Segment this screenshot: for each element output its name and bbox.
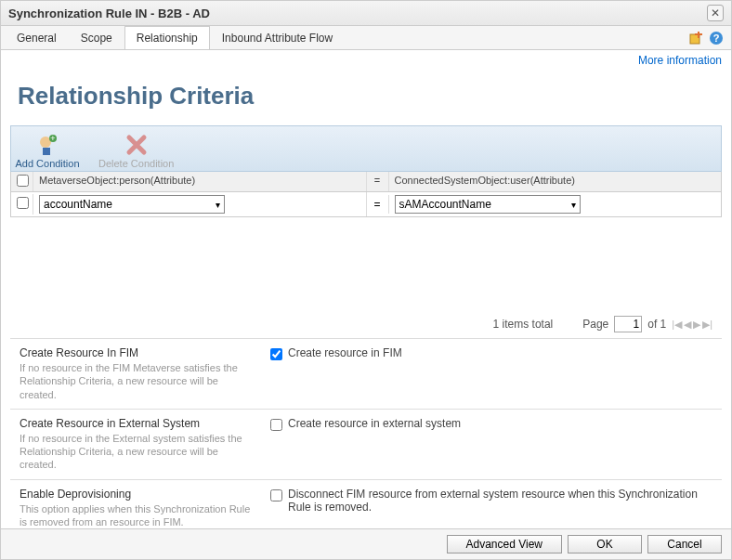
header-metaverse: MetaverseObject:person(Attribute) — [33, 172, 367, 191]
pager-first-icon[interactable]: |◀ — [672, 319, 682, 331]
page-label: Page — [582, 318, 608, 331]
svg-text:?: ? — [713, 33, 720, 44]
chevron-down-icon: ▾ — [571, 200, 576, 210]
metaverse-attribute-value: accountName — [44, 198, 112, 211]
cancel-button[interactable]: Cancel — [647, 535, 722, 553]
row-equals: = — [367, 195, 389, 214]
criteria-grid-header: MetaverseObject:person(Attribute) = Conn… — [10, 172, 722, 192]
create-ext-check-label: Create resource in external system — [288, 417, 461, 430]
tab-scope[interactable]: Scope — [69, 26, 124, 49]
add-condition-button[interactable]: + Add Condition — [15, 132, 80, 169]
dialog-footer: Advanced View OK Cancel — [1, 528, 731, 559]
row-checkbox[interactable] — [17, 197, 29, 209]
create-fim-check-label: Create resource in FIM — [288, 346, 402, 359]
more-info-row: More information — [1, 50, 731, 71]
pager: 1 items total Page of 1 |◀ ◀ ▶ ▶| — [10, 310, 722, 338]
deprov-title: Enable Deprovisioning — [20, 488, 252, 501]
delete-condition-icon — [124, 132, 149, 158]
pager-prev-icon[interactable]: ◀ — [684, 319, 691, 331]
tab-inbound[interactable]: Inbound Attribute Flow — [210, 26, 345, 49]
section-heading: Relationship Criteria — [10, 71, 722, 125]
ok-button[interactable]: OK — [568, 535, 642, 553]
connected-attribute-value: sAMAccountName — [399, 198, 491, 211]
svg-text:+: + — [50, 134, 55, 143]
close-button[interactable]: ✕ — [707, 5, 724, 21]
option-create-fim: Create Resource In FIM If no resource in… — [10, 338, 722, 409]
tab-relationship[interactable]: Relationship — [124, 26, 210, 49]
page-input[interactable] — [614, 316, 642, 332]
tab-general[interactable]: General — [5, 26, 69, 49]
page-of: of 1 — [647, 318, 666, 331]
help-icon[interactable]: ? — [709, 31, 724, 46]
connected-attribute-select[interactable]: sAMAccountName ▾ — [395, 195, 581, 214]
advanced-view-button[interactable]: Advanced View — [447, 535, 563, 553]
create-ext-checkbox[interactable] — [270, 419, 282, 431]
items-total: 1 items total — [493, 318, 554, 331]
header-equals: = — [367, 172, 389, 191]
more-info-link[interactable]: More information — [638, 54, 722, 67]
create-ext-title: Create Resource in External System — [20, 417, 252, 430]
close-icon: ✕ — [711, 7, 720, 20]
pager-next-icon[interactable]: ▶ — [693, 319, 700, 331]
delete-condition-label: Delete Condition — [98, 158, 174, 169]
svg-rect-6 — [43, 148, 50, 155]
delete-condition-button: Delete Condition — [98, 132, 174, 169]
deprov-checkbox[interactable] — [270, 489, 282, 501]
deprov-desc: This option applies when this Synchroniz… — [20, 502, 252, 529]
add-condition-label: Add Condition — [15, 158, 79, 169]
criteria-toolbar: + Add Condition Delete Condition — [10, 125, 722, 172]
create-fim-desc: If no resource in the FIM Metaverse sati… — [20, 361, 252, 401]
create-fim-title: Create Resource In FIM — [20, 346, 252, 359]
metaverse-attribute-select[interactable]: accountName ▾ — [39, 195, 225, 214]
chevron-down-icon: ▾ — [216, 200, 220, 210]
svg-rect-2 — [695, 33, 702, 35]
header-connected: ConnectedSystemObject:user(Attribute) — [389, 172, 722, 191]
deprov-check-label: Disconnect FIM resource from external sy… — [288, 488, 712, 514]
title-bar: Synchronization Rule IN - B2B - AD ✕ — [1, 1, 731, 26]
window-title: Synchronization Rule IN - B2B - AD — [8, 7, 210, 20]
create-fim-checkbox[interactable] — [270, 348, 282, 360]
select-all-checkbox[interactable] — [17, 175, 29, 187]
add-condition-icon: + — [34, 132, 60, 158]
create-ext-desc: If no resource in the External system sa… — [20, 432, 252, 472]
new-item-icon[interactable] — [688, 31, 703, 46]
criteria-row: accountName ▾ = sAMAccountName ▾ — [10, 192, 722, 217]
option-create-external: Create Resource in External System If no… — [10, 409, 722, 479]
tab-bar: General Scope Relationship Inbound Attri… — [1, 26, 731, 50]
pager-last-icon[interactable]: ▶| — [702, 319, 712, 331]
